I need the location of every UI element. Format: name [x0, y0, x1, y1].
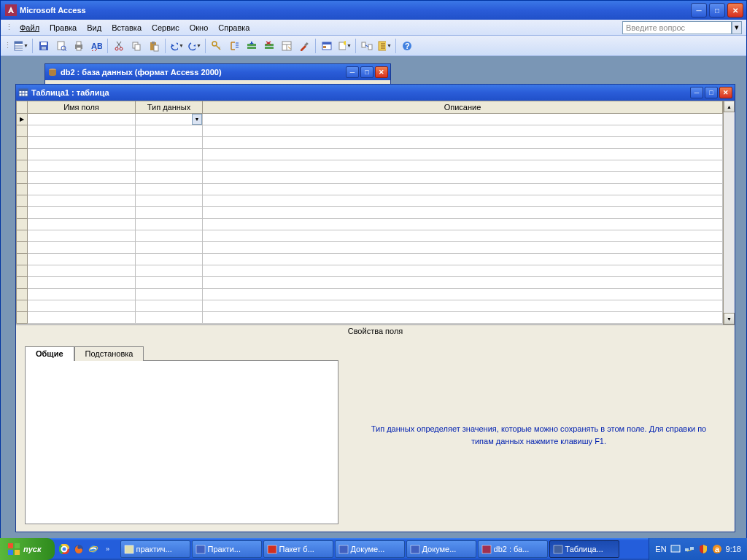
cell-description[interactable]: [203, 254, 723, 265]
cell-data-type[interactable]: [136, 172, 203, 184]
cell-field-name[interactable]: [28, 242, 136, 254]
row-selector[interactable]: [16, 254, 28, 265]
undo-icon[interactable]: ▼: [169, 38, 185, 54]
grid-row[interactable]: [16, 207, 723, 219]
cell-description[interactable]: [203, 242, 723, 254]
cell-field-name[interactable]: [28, 137, 136, 149]
data-type-dropdown-icon[interactable]: ▼: [192, 114, 202, 125]
ql-more-icon[interactable]: »: [101, 541, 115, 557]
cell-field-name[interactable]: [28, 277, 136, 289]
help-question-input[interactable]: Введите вопрос: [622, 21, 732, 34]
clock[interactable]: 9:18: [726, 545, 741, 553]
tray-show-desktop-icon[interactable]: [670, 544, 681, 554]
grid-row[interactable]: [16, 125, 723, 137]
cell-description[interactable]: [203, 312, 723, 324]
cell-data-type[interactable]: [136, 137, 203, 149]
cell-description[interactable]: [203, 265, 723, 277]
cell-description[interactable]: [203, 184, 723, 195]
db-minimize-button[interactable]: ─: [346, 66, 359, 78]
menu-insert[interactable]: Вставка: [107, 22, 147, 34]
relationships-icon[interactable]: [359, 38, 375, 54]
save-icon[interactable]: [36, 38, 52, 54]
cell-description[interactable]: [203, 207, 723, 219]
paste-icon[interactable]: [146, 38, 162, 54]
help-icon[interactable]: ?: [399, 38, 415, 54]
cell-description[interactable]: [203, 195, 723, 207]
taskbar-task[interactable]: Докуме...: [335, 540, 405, 558]
properties-icon[interactable]: [279, 38, 295, 54]
row-selector[interactable]: [16, 160, 28, 172]
menu-window[interactable]: Окно: [185, 22, 214, 34]
menu-file[interactable]: Файл: [15, 22, 44, 34]
row-selector[interactable]: [16, 242, 28, 254]
taskbar-task[interactable]: Пакет б...: [263, 540, 333, 558]
grid-row[interactable]: [16, 172, 723, 184]
cell-field-name[interactable]: [28, 207, 136, 219]
copy-icon[interactable]: [128, 38, 144, 54]
cell-data-type[interactable]: [136, 149, 203, 160]
grid-row[interactable]: [16, 242, 723, 254]
grid-row[interactable]: [16, 184, 723, 195]
ql-ie-icon[interactable]: [87, 541, 100, 557]
grid-row[interactable]: [16, 277, 723, 289]
taskbar-task[interactable]: Практи...: [192, 540, 262, 558]
tray-antivirus-icon[interactable]: a: [712, 544, 722, 554]
spelling-icon[interactable]: ABC: [88, 38, 104, 54]
row-selector[interactable]: [16, 149, 28, 160]
cell-field-name[interactable]: [28, 125, 136, 137]
cell-description[interactable]: [203, 230, 723, 242]
cell-field-name[interactable]: [28, 160, 136, 172]
indexes-icon[interactable]: [226, 38, 242, 54]
cell-field-name[interactable]: [28, 149, 136, 160]
database-window-icon[interactable]: [319, 38, 335, 54]
grid-row[interactable]: [16, 219, 723, 230]
menu-tools[interactable]: Сервис: [147, 22, 185, 34]
close-button[interactable]: ✕: [727, 3, 743, 18]
grid-row[interactable]: [16, 137, 723, 149]
row-selector[interactable]: [16, 230, 28, 242]
cell-description[interactable]: [203, 289, 723, 300]
maximize-button[interactable]: □: [709, 3, 725, 18]
primary-key-icon[interactable]: [209, 38, 225, 54]
taskbar-task[interactable]: db2 : ба...: [478, 540, 548, 558]
row-selector[interactable]: [16, 300, 28, 312]
cell-data-type[interactable]: [136, 207, 203, 219]
scroll-down-icon[interactable]: ▼: [724, 313, 735, 324]
grid-select-all[interactable]: [16, 101, 28, 114]
cell-field-name[interactable]: [28, 195, 136, 207]
row-selector[interactable]: [16, 219, 28, 230]
table-close-button[interactable]: ✕: [719, 87, 732, 98]
col-header-field-name[interactable]: Имя поля: [28, 101, 136, 114]
redo-icon[interactable]: ▼: [186, 38, 202, 54]
cell-data-type[interactable]: [136, 312, 203, 324]
row-selector[interactable]: [16, 207, 28, 219]
cell-data-type[interactable]: [136, 289, 203, 300]
cell-field-name[interactable]: [28, 265, 136, 277]
cell-field-name[interactable]: [28, 172, 136, 184]
new-object-icon[interactable]: ▼: [336, 38, 352, 54]
cell-data-type[interactable]: [136, 184, 203, 195]
cell-data-type[interactable]: [136, 254, 203, 265]
row-selector[interactable]: [16, 172, 28, 184]
cell-data-type[interactable]: [136, 242, 203, 254]
tab-lookup[interactable]: Подстановка: [74, 346, 144, 361]
cell-data-type[interactable]: [136, 125, 203, 137]
row-selector[interactable]: [16, 195, 28, 207]
grid-row[interactable]: [16, 230, 723, 242]
cell-field-name[interactable]: [28, 300, 136, 312]
cell-description[interactable]: [203, 277, 723, 289]
tray-network-icon[interactable]: [684, 544, 694, 554]
grid-row[interactable]: [16, 289, 723, 300]
cell-data-type[interactable]: [136, 195, 203, 207]
tray-shield-icon[interactable]: [698, 544, 708, 554]
taskbar-task[interactable]: Докуме...: [406, 540, 476, 558]
db-close-button[interactable]: ✕: [375, 66, 388, 78]
cell-field-name[interactable]: [28, 289, 136, 300]
grid-row[interactable]: [16, 300, 723, 312]
taskbar-task[interactable]: Таблица...: [549, 540, 619, 558]
db-maximize-button[interactable]: □: [360, 66, 374, 78]
table-maximize-button[interactable]: □: [705, 87, 718, 98]
taskbar-task[interactable]: практич...: [120, 540, 190, 558]
row-selector[interactable]: [16, 312, 28, 324]
grid-row[interactable]: [16, 265, 723, 277]
